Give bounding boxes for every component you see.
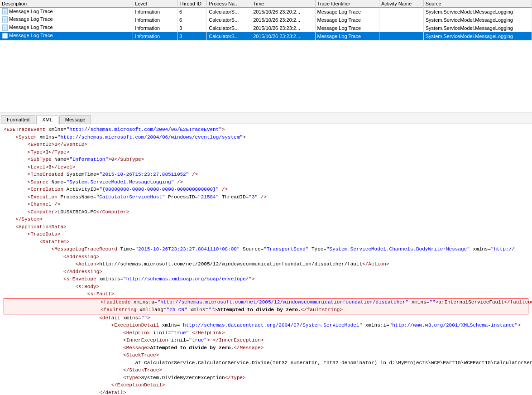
col-header-threadid[interactable]: Thread ID <box>177 0 207 8</box>
xml-line-15: <TraceData> <box>4 231 528 238</box>
tab-bar: Formatted XML Message <box>0 112 532 124</box>
xml-line-28: <HelpLink i:nil="true" </HelpLink> <box>4 329 528 337</box>
xml-line-18: <Addressing> <box>4 253 528 261</box>
table-cell: i Message Log Trace <box>0 8 133 16</box>
table-cell: Message Log Trace <box>315 24 379 32</box>
table-cell <box>379 32 423 40</box>
table-cell: Information <box>133 16 177 24</box>
table-row[interactable]: i Message Log TraceInformation6Calculato… <box>0 8 532 16</box>
trace-table-panel: Description Level Thread ID Process Na..… <box>0 0 532 112</box>
table-cell: CalculatorS... <box>207 16 251 24</box>
table-cell: Information <box>133 8 177 16</box>
xml-line-2: <System xmlns="http://schemas.microsoft.… <box>4 134 528 141</box>
xml-line-20: </Addressing> <box>4 268 528 276</box>
xml-line-12: <Computer>LOUSAIBIAO-PC</Computer> <box>4 208 528 216</box>
col-header-level[interactable]: Level <box>133 0 177 8</box>
xml-line-14: <ApplicationData> <box>4 223 528 231</box>
xml-line-26: <detail xmlns=""> <box>4 314 528 322</box>
table-cell: 6 <box>177 8 207 16</box>
table-cell: CalculatorS... <box>207 24 251 32</box>
col-header-description[interactable]: Description <box>0 0 133 8</box>
xml-line-30: <Message>Attempted to divide by zero.</M… <box>4 344 528 352</box>
table-row[interactable]: i Message Log TraceInformation3Calculato… <box>0 32 532 40</box>
table-cell: 3 <box>177 32 207 40</box>
table-cell: 2015/10/26 23:23:2... <box>251 24 315 32</box>
svg-text:i: i <box>5 26 5 30</box>
col-header-source[interactable]: Source <box>423 0 532 8</box>
xml-line-6: <Level>8</Level> <box>4 164 528 171</box>
xml-line-3: <EventID>0</EventID> <box>4 141 528 149</box>
table-cell: 6 <box>177 16 207 24</box>
xml-line-9: <Correlation ActivityID="{00000000-0000-… <box>4 186 528 193</box>
xml-line-13: </System> <box>4 216 528 223</box>
xml-line-32: at CalculatorService.CalculatorService.D… <box>4 359 528 367</box>
table-cell: System.ServiceModel.MessageLogging <box>423 8 532 16</box>
table-cell: CalculatorS... <box>207 8 251 16</box>
col-header-time[interactable]: Time <box>251 0 315 8</box>
table-cell <box>379 8 423 16</box>
xml-line-11: <Channel /> <box>4 201 528 208</box>
xml-panel[interactable]: <E2ETraceEvent xmlns="http://schemas.mic… <box>0 124 532 395</box>
table-cell: 2015/10/26 23:20:2... <box>251 16 315 24</box>
xml-line-24: <faultcode xmlns:a="http://schemas.micro… <box>4 298 528 307</box>
tab-formatted[interactable]: Formatted <box>1 115 35 124</box>
xml-line-21: <s:Envelope xmlns:s="http://schemas.xmls… <box>4 275 528 283</box>
xml-line-4: <Type>3</Type> <box>4 149 528 156</box>
table-cell: Information <box>133 24 177 32</box>
xml-line-23: <s:Fault> <box>4 290 528 298</box>
table-cell: i Message Log Trace <box>0 24 133 32</box>
tab-message[interactable]: Message <box>59 115 91 124</box>
xml-line-33: </StackTrace> <box>4 366 528 374</box>
svg-text:i: i <box>5 34 5 38</box>
col-header-activityname[interactable]: Activity Name <box>379 0 423 8</box>
xml-line-34: <Type>System.DivideByZeroException</Type… <box>4 374 528 382</box>
col-header-processname[interactable]: Process Na... <box>207 0 251 8</box>
xml-line-35: </ExceptionDetail> <box>4 381 528 389</box>
xml-line-8: <Source Name="System.ServiceModel.Messag… <box>4 178 528 186</box>
xml-line-31: <StackTrace> <box>4 352 528 359</box>
table-cell: CalculatorS... <box>207 32 251 40</box>
col-header-traceid[interactable]: Trace Identifier <box>315 0 379 8</box>
xml-line-1: <E2ETraceEvent xmlns="http://schemas.mic… <box>4 126 528 134</box>
table-cell: i Message Log Trace <box>0 16 133 24</box>
table-cell: Message Log Trace <box>315 32 379 40</box>
table-header-row: Description Level Thread ID Process Na..… <box>0 0 532 8</box>
table-cell <box>379 24 423 32</box>
xml-line-29: <InnerException i:nil="true"> </InnerExc… <box>4 337 528 344</box>
table-row[interactable]: i Message Log TraceInformation3Calculato… <box>0 24 532 32</box>
svg-text:i: i <box>5 10 5 14</box>
table-cell: 2015/10/26 23:23:2... <box>251 32 315 40</box>
xml-line-25: <faultstring xml:lang="zh-CN" xmlns="">A… <box>4 306 528 314</box>
xml-line-27: <ExceptionDetail xmlns= http://schemas.d… <box>4 322 528 329</box>
xml-line-10: <Execution ProcessName="CalculatorServic… <box>4 193 528 201</box>
table-cell <box>379 16 423 24</box>
xml-line-17: <MessageLogTraceRecord Time="2015-10-26T… <box>4 246 528 253</box>
table-cell: 2015/10/26 23:20:2... <box>251 8 315 16</box>
tab-xml[interactable]: XML <box>36 115 58 124</box>
table-container[interactable]: Description Level Thread ID Process Na..… <box>0 0 532 112</box>
xml-line-16: <DataItem> <box>4 238 528 246</box>
xml-line-7: <TimeCreated SystemTime="2015-10-26T15:2… <box>4 171 528 178</box>
table-cell: 3 <box>177 24 207 32</box>
xml-line-22: <s:Body> <box>4 283 528 291</box>
trace-table: Description Level Thread ID Process Na..… <box>0 0 532 40</box>
table-cell: Message Log Trace <box>315 8 379 16</box>
table-cell: System.ServiceModel.MessageLogging <box>423 32 532 40</box>
xml-line-36: </detail> <box>4 389 528 395</box>
table-cell: System.ServiceModel.MessageLogging <box>423 16 532 24</box>
table-cell: Message Log Trace <box>315 16 379 24</box>
table-cell: Information <box>133 32 177 40</box>
xml-line-19: <Action>http://schemas.microsoft.com/net… <box>4 260 528 268</box>
svg-text:i: i <box>5 18 5 22</box>
table-cell: System.ServiceModel.MessageLogging <box>423 24 532 32</box>
xml-line-5: <SubType Name="Information">0</SubType> <box>4 156 528 164</box>
table-row[interactable]: i Message Log TraceInformation6Calculato… <box>0 16 532 24</box>
table-cell: i Message Log Trace <box>0 32 133 40</box>
